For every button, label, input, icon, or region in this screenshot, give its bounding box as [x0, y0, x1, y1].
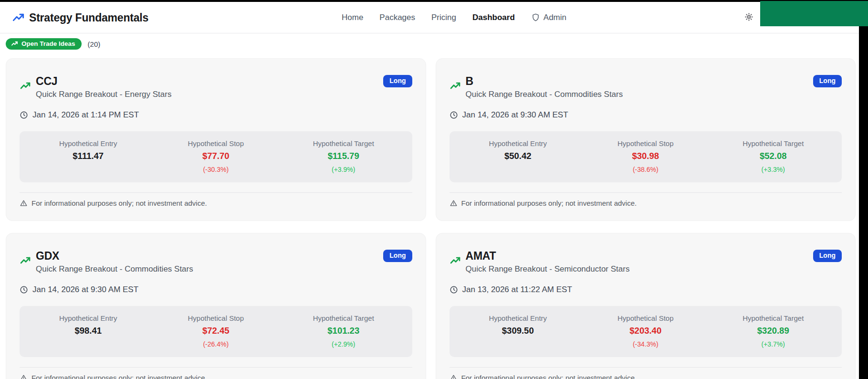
card-header: AMAT Quick Range Breakout - Semiconducto… — [450, 250, 842, 274]
stats-box: Hypothetical Entry $111.47 Hypothetical … — [20, 131, 412, 182]
trade-idea-card[interactable]: B Quick Range Breakout - Commodities Sta… — [436, 58, 856, 221]
warning-triangle-icon — [450, 374, 458, 379]
trending-up-icon — [11, 40, 18, 47]
disclaimer-row: For informational purposes only; not inv… — [20, 374, 412, 379]
stat-label: Hypothetical Entry — [454, 314, 582, 322]
strategy-name: Quick Range Breakout - Energy Stars — [36, 90, 171, 99]
stat-target: Hypothetical Target $320.89 (+3.7%) — [710, 314, 837, 348]
date-row: Jan 14, 2026 at 9:30 AM EST — [20, 285, 412, 295]
theme-toggle-button[interactable] — [742, 11, 756, 25]
card-header: CCJ Quick Range Breakout - Energy Stars … — [20, 75, 412, 99]
nav-item-dashboard[interactable]: Dashboard — [472, 13, 515, 22]
trending-up-icon — [450, 80, 461, 99]
date-row: Jan 14, 2026 at 9:30 AM EST — [450, 110, 842, 120]
card-title-group: AMAT Quick Range Breakout - Semiconducto… — [450, 250, 630, 274]
target-value: $320.89 — [710, 326, 837, 336]
card-title-group: GDX Quick Range Breakout - Commodities S… — [20, 250, 193, 274]
trade-datetime: Jan 14, 2026 at 9:30 AM EST — [462, 110, 568, 120]
stop-percent: (-38.6%) — [582, 166, 710, 173]
target-value: $115.79 — [280, 151, 408, 161]
nav-item-admin[interactable]: Admin — [531, 13, 566, 22]
stop-percent: (-30.3%) — [152, 166, 280, 173]
stop-value: $30.98 — [582, 151, 710, 161]
card-divider — [20, 192, 412, 193]
stat-stop: Hypothetical Stop $72.45 (-26.4%) — [152, 314, 280, 348]
card-header: B Quick Range Breakout - Commodities Sta… — [450, 75, 842, 99]
target-percent: (+3.7%) — [710, 340, 837, 348]
ticker-symbol: AMAT — [466, 250, 630, 263]
stat-stop: Hypothetical Stop $77.70 (-30.3%) — [152, 139, 280, 173]
disclaimer-row: For informational purposes only; not inv… — [450, 374, 842, 379]
clock-icon — [450, 111, 458, 119]
entry-value: $111.47 — [24, 151, 152, 161]
open-trade-ideas-label: Open Trade Ideas — [21, 40, 75, 47]
trade-ideas-grid: CCJ Quick Range Breakout - Energy Stars … — [6, 58, 856, 379]
target-value: $52.08 — [710, 151, 837, 161]
navbar: Strategy Fundamentals Home Packages Pric… — [0, 2, 859, 33]
stat-entry: Hypothetical Entry $111.47 — [24, 139, 152, 173]
page-title: Strategy Fundamentals — [29, 11, 148, 24]
direction-badge: Long — [383, 250, 412, 262]
trade-datetime: Jan 13, 2026 at 11:22 AM EST — [462, 285, 572, 295]
card-divider — [450, 192, 842, 193]
card-divider — [450, 367, 842, 368]
trade-idea-card[interactable]: CCJ Quick Range Breakout - Energy Stars … — [6, 58, 426, 221]
warning-triangle-icon — [450, 199, 458, 207]
target-percent: (+2.9%) — [280, 340, 408, 348]
stat-stop: Hypothetical Stop $203.40 (-34.3%) — [582, 314, 710, 348]
disclaimer-text: For informational purposes only; not inv… — [31, 374, 207, 379]
stat-entry: Hypothetical Entry $50.42 — [454, 139, 582, 173]
ticker-symbol: GDX — [36, 250, 193, 263]
stat-label: Hypothetical Stop — [582, 139, 710, 147]
stop-value: $77.70 — [152, 151, 280, 161]
card-title-group: B Quick Range Breakout - Commodities Sta… — [450, 75, 623, 99]
stat-stop: Hypothetical Stop $30.98 (-38.6%) — [582, 139, 710, 173]
disclaimer-text: For informational purposes only; not inv… — [461, 374, 637, 379]
target-percent: (+3.9%) — [280, 166, 408, 173]
stop-percent: (-26.4%) — [152, 340, 280, 348]
clock-icon — [450, 285, 458, 294]
card-divider — [20, 367, 412, 368]
ticker-symbol: B — [466, 75, 623, 88]
shield-icon — [531, 13, 540, 22]
sun-icon — [744, 12, 753, 23]
stats-box: Hypothetical Entry $98.41 Hypothetical S… — [20, 306, 412, 357]
screenshot-root: Strategy Fundamentals Home Packages Pric… — [0, 0, 868, 379]
nav-links: Home Packages Pricing Dashboard Admin — [342, 2, 566, 33]
stat-label: Hypothetical Stop — [582, 314, 710, 322]
trade-datetime: Jan 14, 2026 at 1:14 PM EST — [32, 110, 139, 120]
card-header: GDX Quick Range Breakout - Commodities S… — [20, 250, 412, 274]
stat-label: Hypothetical Target — [280, 314, 408, 322]
disclaimer-row: For informational purposes only; not inv… — [450, 199, 842, 207]
clock-icon — [20, 285, 28, 294]
entry-value: $50.42 — [454, 151, 582, 161]
disclaimer-row: For informational purposes only; not inv… — [20, 199, 412, 207]
stats-box: Hypothetical Entry $309.50 Hypothetical … — [450, 306, 842, 357]
trade-idea-card[interactable]: AMAT Quick Range Breakout - Semiconducto… — [436, 233, 856, 379]
card-title-group: CCJ Quick Range Breakout - Energy Stars — [20, 75, 171, 99]
stat-entry: Hypothetical Entry $98.41 — [24, 314, 152, 348]
target-value: $101.23 — [280, 326, 408, 336]
stat-target: Hypothetical Target $115.79 (+3.9%) — [280, 139, 408, 173]
stop-percent: (-34.3%) — [582, 340, 710, 348]
brand-link[interactable]: Strategy Fundamentals — [12, 11, 148, 24]
clock-icon — [20, 111, 28, 119]
nav-item-packages[interactable]: Packages — [379, 13, 415, 22]
open-trade-ideas-badge[interactable]: Open Trade Ideas — [6, 38, 82, 50]
header-green-button[interactable] — [760, 1, 868, 26]
stat-entry: Hypothetical Entry $309.50 — [454, 314, 582, 348]
direction-badge: Long — [383, 75, 412, 87]
stat-label: Hypothetical Entry — [24, 314, 152, 322]
stat-target: Hypothetical Target $52.08 (+3.3%) — [710, 139, 837, 173]
strategy-name: Quick Range Breakout - Commodities Stars — [466, 90, 623, 99]
nav-item-home[interactable]: Home — [342, 13, 363, 22]
trending-up-icon — [20, 255, 31, 274]
stat-label: Hypothetical Stop — [152, 139, 280, 147]
trade-ideas-count: (20) — [88, 40, 101, 48]
direction-badge: Long — [813, 250, 842, 262]
nav-item-pricing[interactable]: Pricing — [431, 13, 456, 22]
nav-item-admin-label: Admin — [544, 13, 566, 22]
trending-up-icon — [12, 11, 25, 24]
trade-idea-card[interactable]: GDX Quick Range Breakout - Commodities S… — [6, 233, 426, 379]
trending-up-icon — [20, 80, 31, 99]
